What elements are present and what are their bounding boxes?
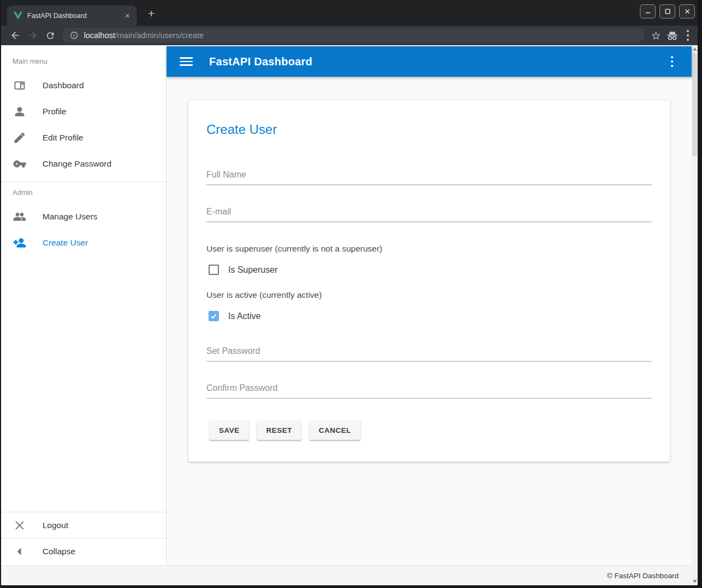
confirm-password-input[interactable] <box>206 383 652 399</box>
email-field <box>206 207 652 222</box>
full-name-input[interactable] <box>206 170 652 185</box>
app-bar-title: FastAPI Dashboard <box>209 56 668 68</box>
cancel-button[interactable]: CANCEL <box>309 420 360 440</box>
sidebar-item-label: Edit Profile <box>42 133 83 143</box>
sidebar-item-edit-profile[interactable]: Edit Profile <box>1 125 166 151</box>
url-host: localhost <box>84 31 115 40</box>
page-footer: © FastAPI Dashboard <box>1 565 692 585</box>
app-bar: FastAPI Dashboard <box>167 46 692 77</box>
save-button[interactable]: SAVE <box>210 420 249 440</box>
sidebar-item-label: Profile <box>42 107 66 117</box>
dashboard-icon <box>13 79 26 92</box>
incognito-icon <box>667 30 678 41</box>
scrollbar-up-arrow-icon[interactable] <box>693 47 697 51</box>
reload-button[interactable] <box>41 27 59 44</box>
scrollbar-down-arrow-icon[interactable] <box>693 580 697 583</box>
scrollbar-thumb[interactable] <box>692 53 697 156</box>
sidebar-item-collapse[interactable]: Collapse <box>1 538 166 564</box>
sidebar-item-label: Create User <box>42 238 88 248</box>
page-info-icon[interactable] <box>70 31 78 40</box>
sidebar-header-admin: Admin <box>1 182 166 204</box>
close-x-icon <box>13 519 26 532</box>
forward-button[interactable] <box>24 27 41 44</box>
full-name-field <box>206 170 652 185</box>
active-hint: User is active (currently active) <box>206 290 652 300</box>
sidebar-item-manage-users[interactable]: Manage Users <box>1 204 166 230</box>
active-checkbox-row[interactable]: Is Active <box>209 311 652 321</box>
new-tab-button[interactable]: + <box>144 7 158 21</box>
superuser-checkbox[interactable] <box>209 265 219 275</box>
maximize-button[interactable] <box>660 4 675 19</box>
bookmark-star-icon[interactable] <box>651 30 661 41</box>
email-input[interactable] <box>206 207 652 222</box>
chevron-left-icon <box>13 545 26 558</box>
set-password-input[interactable] <box>206 346 652 362</box>
minimize-button[interactable] <box>640 4 656 19</box>
close-window-button[interactable] <box>679 4 695 19</box>
sidebar-item-label: Logout <box>42 520 68 530</box>
person-icon <box>13 105 26 118</box>
browser-window: FastAPI Dashboard × + <box>0 0 702 588</box>
page-body: Create User User is superuser (currently… <box>167 77 692 565</box>
url-path: /main/admin/users/create <box>115 31 204 40</box>
toolbar-right <box>651 28 693 44</box>
reset-button[interactable]: RESET <box>257 420 302 440</box>
sidebar-item-label: Change Password <box>42 159 112 169</box>
browser-chrome: FastAPI Dashboard × + <box>1 0 698 585</box>
pencil-icon <box>13 131 26 144</box>
page-viewport: Main menu Dashboard <box>1 45 698 585</box>
sidebar-item-dashboard[interactable]: Dashboard <box>1 72 166 99</box>
main-content: FastAPI Dashboard Create User <box>167 45 692 565</box>
url-text: localhost/main/admin/users/create <box>84 31 204 40</box>
superuser-checkbox-label: Is Superuser <box>228 265 278 275</box>
sidebar: Main menu Dashboard <box>1 45 167 565</box>
sidebar-header-main-menu: Main menu <box>1 51 166 72</box>
sidebar-item-label: Dashboard <box>42 81 84 90</box>
copyright-text: © FastAPI Dashboard <box>607 572 679 580</box>
browser-toolbar: localhost/main/admin/users/create <box>1 26 698 45</box>
page-title: Create User <box>206 121 652 138</box>
titlebar: FastAPI Dashboard × + <box>1 0 698 26</box>
person-add-icon <box>13 236 26 249</box>
people-icon <box>13 210 26 223</box>
sidebar-item-logout[interactable]: Logout <box>1 512 166 538</box>
confirm-password-field <box>206 383 652 399</box>
browser-menu-icon[interactable] <box>683 28 693 44</box>
window-controls <box>640 4 695 19</box>
active-checkbox[interactable] <box>209 311 219 321</box>
vertical-scrollbar[interactable] <box>692 45 698 585</box>
key-icon <box>13 157 26 170</box>
hamburger-menu-icon[interactable] <box>180 57 193 66</box>
sidebar-bottom: Logout Collapse <box>1 512 166 565</box>
tab-title: FastAPI Dashboard <box>27 12 123 20</box>
tab-close-icon[interactable]: × <box>123 11 132 21</box>
app-bar-menu-icon[interactable] <box>668 54 677 70</box>
sidebar-item-create-user[interactable]: Create User <box>1 230 166 256</box>
sidebar-item-label: Collapse <box>42 547 75 556</box>
sidebar-item-label: Manage Users <box>42 212 97 222</box>
address-bar[interactable]: localhost/main/admin/users/create <box>62 28 644 43</box>
active-checkbox-label: Is Active <box>228 311 261 321</box>
sidebar-item-change-password[interactable]: Change Password <box>1 151 166 177</box>
set-password-field <box>206 346 652 362</box>
sidebar-item-profile[interactable]: Profile <box>1 99 166 125</box>
browser-tab[interactable]: FastAPI Dashboard × <box>7 5 137 26</box>
form-buttons: SAVE RESET CANCEL <box>210 420 652 440</box>
vue-logo-icon <box>14 11 22 20</box>
superuser-checkbox-row[interactable]: Is Superuser <box>209 265 652 275</box>
back-button[interactable] <box>7 27 24 44</box>
superuser-hint: User is superuser (currently is not a su… <box>206 244 652 254</box>
create-user-card: Create User User is superuser (currently… <box>188 100 670 462</box>
